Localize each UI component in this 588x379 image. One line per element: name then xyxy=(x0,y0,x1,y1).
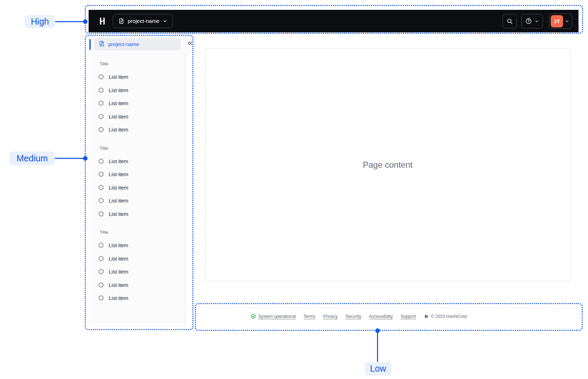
sidebar-item-label: List item xyxy=(109,87,128,93)
sidebar-item-label: List item xyxy=(109,114,128,120)
sidebar-item-label: List item xyxy=(109,242,128,248)
double-chevron-left-icon xyxy=(186,43,193,48)
hexagon-icon xyxy=(98,127,104,133)
help-icon xyxy=(525,18,532,25)
sidebar-list-item[interactable]: List item xyxy=(89,181,185,194)
user-menu-button[interactable]: JT xyxy=(549,13,572,29)
hexagon-icon xyxy=(98,269,104,275)
sidebar-header: project-name xyxy=(89,35,185,50)
page-content-area: Page content xyxy=(205,48,570,281)
sidebar-list-item[interactable]: List item xyxy=(89,252,185,265)
active-indicator-bar xyxy=(89,39,91,50)
sidebar-list-item[interactable]: List item xyxy=(89,168,185,181)
chevron-down-icon xyxy=(565,19,569,24)
project-switcher-button[interactable]: project-name xyxy=(113,14,173,28)
footer: System operational TermsPrivacySecurityA… xyxy=(186,308,579,319)
hexagon-icon xyxy=(98,185,104,191)
sidebar-list-item[interactable]: List item xyxy=(89,207,185,221)
annotation-dot-high xyxy=(83,19,88,24)
sidebar-list-item[interactable]: List item xyxy=(89,155,185,168)
hexagon-icon xyxy=(98,74,104,80)
sidebar-item-label: List item xyxy=(109,185,128,191)
sidebar-item-label: List item xyxy=(109,171,128,177)
search-button[interactable] xyxy=(503,14,517,28)
sidebar-list-item[interactable]: List item xyxy=(89,265,185,278)
sidebar-item-label: List item xyxy=(109,256,128,262)
hexagon-icon xyxy=(98,211,104,217)
sidebar-list-item[interactable]: List item xyxy=(89,123,185,136)
sidebar-group-title: Title xyxy=(89,57,185,70)
annotation-connector-high xyxy=(55,21,85,22)
hashicorp-logo-small-icon xyxy=(424,314,429,319)
status-label: System operational xyxy=(258,314,296,319)
annotation-label-low: Low xyxy=(365,362,391,375)
sidebar-nav-groups: TitleList itemList itemList itemList ite… xyxy=(89,50,185,305)
sidebar-item-label: List item xyxy=(109,211,128,217)
annotation-label-high: High xyxy=(25,15,55,28)
annotation-label-medium: Medium xyxy=(9,152,55,165)
sidebar-list-item[interactable]: List item xyxy=(89,291,185,305)
sidebar-group: TitleList itemList itemList itemList ite… xyxy=(89,226,185,305)
sidebar-collapse-flap xyxy=(185,35,195,53)
sidebar-item-label: List item xyxy=(109,198,128,204)
chevron-down-icon xyxy=(162,19,167,24)
sidebar-list-item[interactable]: List item xyxy=(89,239,185,252)
hexagon-icon xyxy=(98,256,104,262)
status-link[interactable]: System operational xyxy=(251,314,296,319)
hexagon-icon xyxy=(98,242,104,248)
footer-link-terms[interactable]: Terms xyxy=(303,314,315,319)
user-avatar: JT xyxy=(551,15,563,27)
copyright-text: © 2023 HashiCorp xyxy=(431,314,467,319)
sidebar-group-title: Title xyxy=(89,142,185,155)
sidebar-list-item[interactable]: List item xyxy=(89,110,185,123)
annotation-connector-low xyxy=(377,331,378,362)
sidebar-item-label: List item xyxy=(109,74,128,80)
footer-copyright: © 2023 HashiCorp xyxy=(424,314,467,319)
footer-link-support[interactable]: Support xyxy=(401,314,416,319)
chevron-down-icon xyxy=(535,19,539,24)
sidebar-list-item[interactable]: List item xyxy=(89,70,185,84)
hexagon-icon xyxy=(98,282,104,288)
hexagon-icon xyxy=(98,100,104,106)
file-icon xyxy=(118,18,124,24)
help-menu-button[interactable] xyxy=(521,14,543,28)
sidebar-collapse-button[interactable] xyxy=(186,40,194,48)
sidebar-item-label: project-name xyxy=(108,41,139,47)
hexagon-icon xyxy=(98,87,104,93)
navbar-right-actions: JT xyxy=(503,13,572,29)
sidebar-item-label: List item xyxy=(109,100,128,106)
footer-link-security[interactable]: Security xyxy=(345,314,361,319)
hashicorp-logo-icon[interactable] xyxy=(97,16,107,26)
sidebar-item-label: List item xyxy=(109,269,128,275)
sidebar-list-item[interactable]: List item xyxy=(89,194,185,207)
hexagon-icon xyxy=(98,171,104,177)
top-navbar: project-name JT xyxy=(89,10,579,32)
sidebar-list-item[interactable]: List item xyxy=(89,278,185,292)
sidebar-group: TitleList itemList itemList itemList ite… xyxy=(89,142,185,221)
sidebar-item-label: List item xyxy=(109,127,128,133)
annotation-dot-low xyxy=(375,328,380,333)
hexagon-icon xyxy=(98,295,104,301)
project-switcher-label: project-name xyxy=(128,18,159,24)
sidebar-list-item[interactable]: List item xyxy=(89,84,185,97)
footer-links-row: System operational TermsPrivacySecurityA… xyxy=(251,314,467,319)
file-icon xyxy=(98,40,105,48)
status-operational-icon xyxy=(251,314,256,319)
sidebar-group: TitleList itemList itemList itemList ite… xyxy=(89,57,185,136)
search-icon xyxy=(506,18,513,25)
sidebar-item-label: List item xyxy=(109,282,128,288)
footer-link-accessibility[interactable]: Accessibility xyxy=(369,314,393,319)
sidebar-item-label: List item xyxy=(109,158,128,164)
annotation-connector-medium xyxy=(55,158,85,159)
hexagon-icon xyxy=(98,158,104,164)
footer-link-privacy[interactable]: Privacy xyxy=(323,314,338,319)
sidebar-item-project-name[interactable]: project-name xyxy=(94,38,180,50)
hexagon-icon xyxy=(98,198,104,204)
page-content-placeholder: Page content xyxy=(363,160,413,170)
sidebar: project-name TitleList itemList itemList… xyxy=(89,35,185,327)
footer-legal-links: TermsPrivacySecurityAccessibilitySupport xyxy=(303,314,416,319)
sidebar-list-item[interactable]: List item xyxy=(89,97,185,110)
hexagon-icon xyxy=(98,114,104,120)
sidebar-group-title: Title xyxy=(89,226,185,239)
sidebar-item-label: List item xyxy=(109,295,128,301)
